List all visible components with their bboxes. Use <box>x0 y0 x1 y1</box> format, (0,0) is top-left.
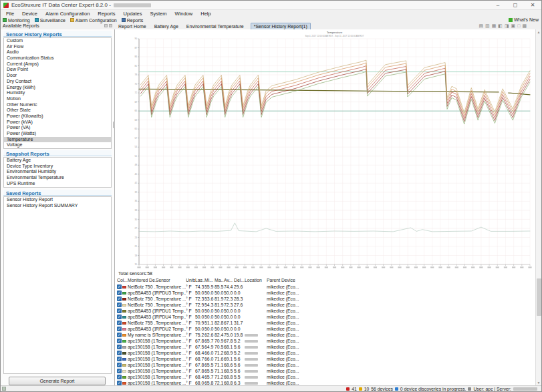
sidebar-item-power-va-[interactable]: Power (VA) <box>4 125 111 131</box>
table-row[interactable]: ✓apcB5A453 (1...RPDU4 Temp...° F50.050.0… <box>115 314 537 320</box>
sidebar-item-communication-status[interactable]: Communication Status <box>4 55 111 61</box>
row-checkbox[interactable]: ✓ <box>117 303 122 307</box>
scroll-up-icon[interactable]: ▲ <box>536 29 541 35</box>
generate-report-button[interactable]: Generate Report <box>9 377 106 385</box>
report-tool-icon-4[interactable]: ◧ <box>498 23 503 29</box>
column-header-las-[interactable]: Las... <box>195 278 205 282</box>
sidebar-item-ups-runtime[interactable]: UPS Runtime <box>4 181 111 187</box>
sidebar-item-device-type-inventory[interactable]: Device Type Inventory <box>4 164 111 170</box>
minimize-button[interactable]: – <box>489 1 507 9</box>
scroll-down-icon[interactable]: ▼ <box>536 380 541 385</box>
table-row[interactable]: ✓apcB5A453 (1...RPDU1 Temp...° F50.050.0… <box>115 308 537 314</box>
table-row[interactable]: ✓apc190158 (1...Temperature ...° F67.865… <box>115 338 537 344</box>
table-row[interactable]: ✓NetBotz 755 ...Temperature ...° F70.951… <box>115 320 537 326</box>
menu-reports[interactable]: Reports <box>94 11 119 17</box>
row-checkbox[interactable]: ✓ <box>117 297 122 301</box>
sidebar-item-dry-contact[interactable]: Dry Contact <box>4 79 111 85</box>
column-header-units[interactable]: Units <box>186 278 195 282</box>
sidebar-item-other-numeric[interactable]: Other Numeric <box>4 102 111 108</box>
sidebar-item-air-flow[interactable]: Air Flow <box>4 44 111 50</box>
table-row[interactable]: ✓apcB5A453 (1...RPDU3 Temp...° F50.050.0… <box>115 290 537 296</box>
menu-system[interactable]: System <box>146 11 171 17</box>
column-header-location[interactable]: Location <box>245 278 267 282</box>
sidebar-item-battery-age[interactable]: Battery Age <box>4 158 111 164</box>
table-row[interactable]: ✓apc190158 (1...Temperature ...° F67.865… <box>115 362 537 368</box>
column-header-parent-device[interactable]: Parent Device <box>267 278 537 282</box>
row-checkbox[interactable]: ✓ <box>117 327 122 331</box>
vertical-scrollbar[interactable]: ▲ ▼ <box>535 29 541 385</box>
sidebar-item-temperature[interactable]: Temperature <box>4 137 111 143</box>
column-header-av-[interactable]: Av... <box>224 278 234 282</box>
menu-file[interactable]: File <box>2 11 18 17</box>
sidebar-item-energy-kwh-[interactable]: Energy (kWh) <box>4 85 111 91</box>
row-checkbox[interactable]: ✓ <box>117 345 122 349</box>
column-header-del-[interactable]: Del... <box>234 278 245 282</box>
sidebar-item-motion[interactable]: Motion <box>4 96 111 102</box>
sidebar-item-environmental-temperature[interactable]: Environmental Temperature <box>4 175 111 181</box>
menu-window[interactable]: Window <box>171 11 197 17</box>
sidebar-item-humidity[interactable]: Humidity <box>4 90 111 96</box>
table-row[interactable]: ✓NetBotz 750 ...Temperature ...° F74.355… <box>115 284 537 290</box>
row-checkbox[interactable]: ✓ <box>117 363 122 367</box>
row-checkbox[interactable]: ✓ <box>117 309 122 313</box>
sidebar-item-power-kilowatts-[interactable]: Power (Kilowatts) <box>4 114 111 120</box>
menu-device[interactable]: Device <box>18 11 41 17</box>
scrollbar-thumb[interactable] <box>537 278 541 316</box>
table-row[interactable]: ✓apc190158 (1...Temperature ...° F67.865… <box>115 368 537 374</box>
sidebar-item-current-amps-[interactable]: Current (Amps) <box>4 61 111 67</box>
row-checkbox[interactable]: ✓ <box>117 351 122 355</box>
row-checkbox[interactable]: ✓ <box>117 315 122 319</box>
table-row[interactable]: ✓NetBotz 750 ...Temperature ...° F72.954… <box>115 302 537 308</box>
sidebar-item-power-kva-[interactable]: Power (kVA) <box>4 120 111 126</box>
row-checkbox[interactable]: ✓ <box>117 357 122 361</box>
column-header-mi-[interactable]: Mi... <box>205 278 215 282</box>
report-tool-icon-8[interactable]: ▩ <box>522 23 527 29</box>
row-checkbox[interactable]: ✓ <box>117 381 122 385</box>
report-tool-icon-7[interactable]: □ <box>517 23 520 29</box>
menu-help[interactable]: Help <box>196 11 215 17</box>
column-header-monitored-de-[interactable]: Monitored De... <box>128 278 156 282</box>
report-tool-icon-2[interactable]: ▥ <box>485 23 490 29</box>
table-row[interactable]: ✓apc190158 (1...Temperature ...° F68.465… <box>115 374 537 380</box>
maximize-panel-icon[interactable] <box>109 24 112 27</box>
tab-environmental-temperature[interactable]: Environmental Temperature <box>185 23 245 29</box>
report-tool-icon-5[interactable]: ◨ <box>505 23 509 29</box>
sidebar-item-environmental-humidity[interactable]: Environmental Humidity <box>4 169 111 175</box>
report-tool-icon-1[interactable]: ▤ <box>479 23 483 29</box>
sidebar-item-custom[interactable]: Custom <box>4 38 111 44</box>
table-row[interactable]: ✓apcB5A453 (1...RPDU2 Temp...° F50.050.0… <box>115 326 537 332</box>
table-row[interactable]: ✓My name is Si...Temperature ...° F75.26… <box>115 332 537 338</box>
sidebar-item-power-watts-[interactable]: Power (Watts) <box>4 131 111 137</box>
report-tool-icon-3[interactable]: ▦ <box>492 23 497 29</box>
row-checkbox[interactable]: ✓ <box>117 333 122 337</box>
whats-new-link[interactable]: What's New <box>509 17 539 22</box>
tab-report-home[interactable]: Report Home <box>117 23 148 29</box>
sidebar-item-voltage[interactable]: Voltage <box>4 142 111 148</box>
row-checkbox[interactable]: ✓ <box>117 369 122 373</box>
sidebar-item-door[interactable]: Door <box>4 73 111 79</box>
row-checkbox[interactable]: ✓ <box>117 321 122 325</box>
sidebar-item-sensor-history-report[interactable]: Sensor History Report <box>4 197 111 203</box>
row-checkbox[interactable]: ✓ <box>117 375 122 379</box>
row-checkbox[interactable]: ✓ <box>117 290 122 295</box>
tab-battery-age[interactable]: Battery Age <box>153 23 180 29</box>
column-header-ma-[interactable]: Ma... <box>215 278 224 282</box>
column-header-col-[interactable]: Col... <box>117 278 128 282</box>
sidebar-item-audio[interactable]: Audio <box>4 49 111 55</box>
table-row[interactable]: ✓apc190158 (1...Temperature ...° F68.065… <box>115 380 537 385</box>
sidebar-item-dew-point[interactable]: Dew Point <box>4 67 111 73</box>
table-row[interactable]: ✓apc190158 (1...Temperature ...° F67.564… <box>115 344 537 350</box>
sidebar-item-other-state[interactable]: Other State <box>4 108 111 114</box>
close-button[interactable]: ✕ <box>524 1 541 9</box>
table-row[interactable]: ✓apc190158 (1...Temperature ...° F68.466… <box>115 350 537 356</box>
menu-updates[interactable]: Updates <box>120 11 146 17</box>
menu-alarm-configuration[interactable]: Alarm Configuration <box>41 11 94 17</box>
column-header-sensor[interactable]: Sensor <box>156 278 186 282</box>
table-row[interactable]: ✓NetBotz 750 ...Temperature ...° F72.353… <box>115 296 537 302</box>
minimize-panel-icon[interactable] <box>104 24 108 27</box>
maximize-button[interactable]: ◻ <box>507 1 524 9</box>
table-row[interactable]: ✓apc190158 (1...Temperature ...° F68.766… <box>115 356 537 362</box>
row-checkbox[interactable]: ✓ <box>117 339 122 343</box>
sidebar-item-sensor-history-report-summary[interactable]: Sensor History Report SUMMARY <box>4 203 111 209</box>
row-checkbox[interactable]: ✓ <box>117 284 122 289</box>
